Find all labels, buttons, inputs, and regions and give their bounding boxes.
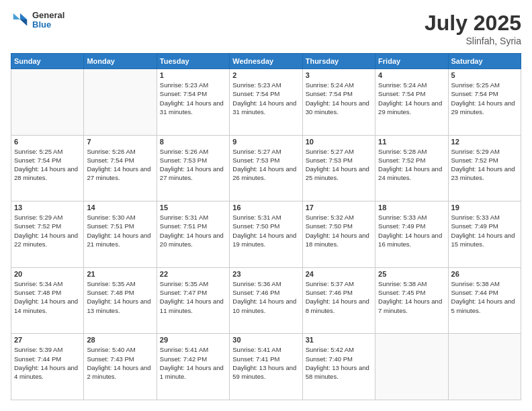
- day-detail: Sunrise: 5:23 AM Sunset: 7:54 PM Dayligh…: [160, 81, 226, 116]
- header-monday: Monday: [84, 54, 157, 69]
- daylight-text: Daylight: 14 hours and 31 minutes.: [232, 99, 296, 116]
- daylight-text: Daylight: 14 hours and 18 minutes.: [306, 232, 369, 248]
- calendar-title: July 2025: [425, 11, 521, 36]
- table-row: 3 Sunrise: 5:24 AM Sunset: 7:54 PM Dayli…: [302, 69, 375, 136]
- daylight-text: Daylight: 14 hours and 19 minutes.: [232, 232, 296, 248]
- sunrise-text: Sunrise: 5:31 AM: [160, 214, 208, 221]
- sunrise-text: Sunrise: 5:34 AM: [14, 280, 62, 287]
- sunset-text: Sunset: 7:44 PM: [451, 289, 498, 296]
- day-detail: Sunrise: 5:33 AM Sunset: 7:49 PM Dayligh…: [451, 213, 518, 248]
- header-wednesday: Wednesday: [230, 54, 302, 69]
- day-detail: Sunrise: 5:31 AM Sunset: 7:51 PM Dayligh…: [160, 213, 226, 248]
- table-row: 5 Sunrise: 5:25 AM Sunset: 7:54 PM Dayli…: [448, 69, 521, 136]
- day-detail: Sunrise: 5:24 AM Sunset: 7:54 PM Dayligh…: [306, 81, 372, 116]
- sunrise-text: Sunrise: 5:23 AM: [232, 81, 281, 89]
- sunset-text: Sunset: 7:54 PM: [160, 90, 207, 97]
- daylight-text: Daylight: 14 hours and 27 minutes.: [87, 165, 150, 181]
- table-row: 24 Sunrise: 5:37 AM Sunset: 7:46 PM Dayl…: [302, 267, 375, 334]
- day-number: 11: [378, 138, 445, 146]
- day-detail: Sunrise: 5:23 AM Sunset: 7:54 PM Dayligh…: [232, 81, 299, 116]
- sunrise-text: Sunrise: 5:29 AM: [451, 148, 500, 155]
- day-detail: Sunrise: 5:38 AM Sunset: 7:45 PM Dayligh…: [378, 279, 445, 315]
- logo-blue-text: Blue: [32, 20, 64, 30]
- day-number: 17: [306, 203, 372, 212]
- table-row: 25 Sunrise: 5:38 AM Sunset: 7:45 PM Dayl…: [375, 267, 448, 334]
- day-detail: Sunrise: 5:35 AM Sunset: 7:48 PM Dayligh…: [87, 279, 153, 315]
- daylight-text: Daylight: 14 hours and 28 minutes.: [14, 165, 78, 181]
- sunrise-text: Sunrise: 5:38 AM: [378, 280, 427, 287]
- table-row: 4 Sunrise: 5:24 AM Sunset: 7:54 PM Dayli…: [375, 69, 448, 136]
- table-row: [448, 334, 521, 400]
- day-detail: Sunrise: 5:36 AM Sunset: 7:46 PM Dayligh…: [232, 279, 299, 315]
- page: General Blue July 2025 Slinfah, Syria Su…: [0, 0, 532, 411]
- day-number: 3: [306, 71, 372, 79]
- daylight-text: Daylight: 14 hours and 10 minutes.: [232, 298, 296, 314]
- header: General Blue July 2025 Slinfah, Syria: [11, 11, 521, 46]
- day-detail: Sunrise: 5:29 AM Sunset: 7:52 PM Dayligh…: [14, 213, 81, 248]
- day-number: 25: [378, 270, 445, 278]
- sunrise-text: Sunrise: 5:29 AM: [14, 214, 62, 221]
- sunset-text: Sunset: 7:52 PM: [451, 156, 498, 164]
- sunrise-text: Sunrise: 5:39 AM: [14, 346, 62, 353]
- table-row: 6 Sunrise: 5:25 AM Sunset: 7:54 PM Dayli…: [11, 135, 84, 201]
- table-row: 29 Sunrise: 5:41 AM Sunset: 7:42 PM Dayl…: [157, 334, 229, 400]
- day-detail: Sunrise: 5:25 AM Sunset: 7:54 PM Dayligh…: [451, 81, 518, 116]
- day-number: 18: [378, 203, 445, 212]
- daylight-text: Daylight: 14 hours and 29 minutes.: [378, 99, 442, 116]
- calendar-week-4: 20 Sunrise: 5:34 AM Sunset: 7:48 PM Dayl…: [11, 267, 521, 334]
- daylight-text: Daylight: 14 hours and 21 minutes.: [87, 232, 150, 248]
- day-number: 22: [160, 270, 226, 278]
- sunrise-text: Sunrise: 5:28 AM: [378, 148, 427, 155]
- day-number: 20: [14, 270, 81, 278]
- sunset-text: Sunset: 7:54 PM: [14, 156, 61, 164]
- sunset-text: Sunset: 7:54 PM: [451, 90, 498, 97]
- day-detail: Sunrise: 5:37 AM Sunset: 7:46 PM Dayligh…: [306, 279, 372, 315]
- table-row: 10 Sunrise: 5:27 AM Sunset: 7:53 PM Dayl…: [302, 135, 375, 201]
- sunrise-text: Sunrise: 5:37 AM: [306, 280, 354, 287]
- sunrise-text: Sunrise: 5:41 AM: [160, 346, 208, 353]
- daylight-text: Daylight: 14 hours and 2 minutes.: [87, 364, 150, 380]
- table-row: [84, 69, 157, 136]
- sunset-text: Sunset: 7:51 PM: [87, 222, 134, 230]
- table-row: 1 Sunrise: 5:23 AM Sunset: 7:54 PM Dayli…: [157, 69, 229, 136]
- daylight-text: Daylight: 13 hours and 58 minutes.: [306, 364, 369, 380]
- daylight-text: Daylight: 13 hours and 59 minutes.: [232, 364, 296, 380]
- sunset-text: Sunset: 7:54 PM: [232, 90, 279, 97]
- day-detail: Sunrise: 5:24 AM Sunset: 7:54 PM Dayligh…: [378, 81, 445, 116]
- logo-text: General Blue: [32, 11, 64, 30]
- day-detail: Sunrise: 5:42 AM Sunset: 7:40 PM Dayligh…: [306, 345, 372, 381]
- sunset-text: Sunset: 7:44 PM: [14, 355, 61, 363]
- logo-icon: [11, 11, 30, 30]
- sunset-text: Sunset: 7:47 PM: [160, 289, 207, 296]
- day-detail: Sunrise: 5:41 AM Sunset: 7:41 PM Dayligh…: [232, 345, 299, 381]
- sunrise-text: Sunrise: 5:26 AM: [87, 148, 135, 155]
- daylight-text: Daylight: 14 hours and 4 minutes.: [14, 364, 78, 380]
- sunset-text: Sunset: 7:53 PM: [306, 156, 353, 164]
- title-block: July 2025 Slinfah, Syria: [425, 11, 521, 46]
- day-number: 16: [232, 203, 299, 212]
- svg-marker-0: [20, 13, 27, 19]
- day-detail: Sunrise: 5:34 AM Sunset: 7:48 PM Dayligh…: [14, 279, 81, 315]
- sunrise-text: Sunrise: 5:42 AM: [306, 346, 354, 353]
- logo-general-text: General: [32, 11, 64, 20]
- daylight-text: Daylight: 14 hours and 7 minutes.: [378, 298, 442, 314]
- day-number: 15: [160, 203, 226, 212]
- table-row: 2 Sunrise: 5:23 AM Sunset: 7:54 PM Dayli…: [230, 69, 302, 136]
- sunset-text: Sunset: 7:50 PM: [232, 222, 279, 230]
- daylight-text: Daylight: 14 hours and 8 minutes.: [306, 298, 369, 314]
- day-number: 26: [451, 270, 518, 278]
- day-number: 24: [306, 270, 372, 278]
- calendar-week-3: 13 Sunrise: 5:29 AM Sunset: 7:52 PM Dayl…: [11, 201, 521, 268]
- table-row: 13 Sunrise: 5:29 AM Sunset: 7:52 PM Dayl…: [11, 201, 84, 268]
- sunrise-text: Sunrise: 5:23 AM: [160, 81, 208, 89]
- daylight-text: Daylight: 14 hours and 13 minutes.: [87, 298, 150, 314]
- calendar-table: Sunday Monday Tuesday Wednesday Thursday…: [11, 53, 521, 400]
- header-saturday: Saturday: [448, 54, 521, 69]
- sunrise-text: Sunrise: 5:33 AM: [451, 214, 500, 221]
- table-row: 28 Sunrise: 5:40 AM Sunset: 7:43 PM Dayl…: [84, 334, 157, 400]
- sunset-text: Sunset: 7:45 PM: [378, 289, 425, 296]
- day-detail: Sunrise: 5:26 AM Sunset: 7:53 PM Dayligh…: [160, 147, 226, 183]
- sunset-text: Sunset: 7:48 PM: [87, 289, 134, 296]
- calendar-header-row: Sunday Monday Tuesday Wednesday Thursday…: [11, 54, 521, 69]
- sunset-text: Sunset: 7:50 PM: [306, 222, 353, 230]
